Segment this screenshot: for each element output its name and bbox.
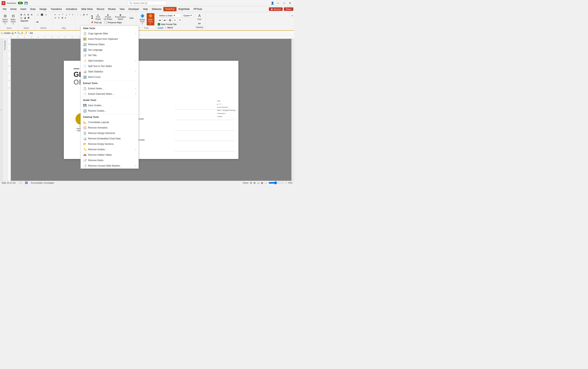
extract-notes-item[interactable]: 📋 Extract Notes… › [81, 86, 139, 91]
play-delete-button[interactable]: ✕ [178, 18, 182, 22]
play-forward-button[interactable]: ⏭ [163, 18, 167, 22]
pick-up-label[interactable]: Pick Up [94, 21, 102, 24]
menu-review[interactable]: Review [106, 7, 118, 11]
adjoin-btn4[interactable]: ⊟ [30, 13, 33, 16]
slide-button[interactable]: 📄 Slide [128, 14, 135, 20]
minimize-button[interactable]: — [275, 1, 281, 5]
about-label[interactable]: About [167, 26, 173, 29]
view-normal-icon[interactable]: ⊞ [250, 182, 252, 184]
guide-label[interactable]: Guide [158, 26, 163, 29]
align-bottom[interactable]: ⊧ [71, 13, 74, 16]
extract-selected-slides-item[interactable]: 📄 Extract Selected Slides… › [81, 91, 139, 97]
menu-design[interactable]: Design [38, 7, 49, 11]
distribute-v[interactable]: ⇕ [57, 16, 60, 19]
view-slideshow-icon[interactable]: ▶ [261, 182, 263, 184]
menu-draw[interactable]: Draw [28, 7, 38, 11]
remove-hidden-slides-item[interactable]: 🙈 Remove Hidden Slides [81, 152, 139, 158]
hide-format-tab-label[interactable]: ✓ Hide Format Tab [158, 23, 177, 25]
align-drop[interactable]: ▾ [64, 16, 67, 19]
align-left[interactable]: ⊢ [54, 13, 57, 16]
stretch-btn2[interactable]: ⬛ [40, 13, 44, 16]
hide-format-tab-checkbox[interactable]: ✓ [158, 23, 160, 25]
menu-animations[interactable]: Animations [64, 7, 79, 11]
align-grid[interactable]: ⊞ [61, 16, 64, 19]
toolbar-cursor-icon[interactable]: ↖ [15, 31, 17, 34]
menu-insert[interactable]: Insert [19, 7, 28, 11]
font-button[interactable]: A Font [196, 13, 203, 21]
restore-guides-item[interactable]: 🔄 Restore Guides… [81, 108, 139, 113]
toolbar-zoom-icon[interactable]: 🔍 [17, 31, 20, 34]
play-edit-button[interactable]: ✏ [173, 18, 177, 22]
menu-view[interactable]: View [118, 7, 127, 11]
maximize-button[interactable]: □ [282, 1, 286, 5]
record-button[interactable]: ⏺ Record [269, 7, 282, 11]
person-icon[interactable]: 👤 [271, 1, 274, 5]
menu-record[interactable]: Record [95, 7, 106, 11]
autosave-toggle[interactable]: On [18, 2, 23, 4]
menu-brightslide[interactable]: BrightSlide [177, 7, 192, 11]
ribbon-expand-button[interactable]: ⌄ [290, 13, 294, 30]
drawing-button[interactable]: ✏ Drawing [195, 21, 204, 29]
copy-agenda-slide-item[interactable]: 📋 Copy Agenda Slide › [81, 31, 139, 36]
zoom-out-icon[interactable]: — [265, 182, 267, 184]
remove-embedded-chart-data-item[interactable]: 📊 Remove Embedded Chart Data [81, 136, 139, 141]
make-same-button[interactable]: ⊟ MakeSame ▾ [9, 13, 17, 25]
slide-panel-toggle[interactable]: › [0, 39, 3, 181]
remove-unused-slide-masters-item[interactable]: 📑 Remove Unused Slide Masters › [81, 163, 139, 168]
slide-statistics-item[interactable]: 📊 Slide Statistics › [81, 69, 139, 74]
first-shape-button[interactable]: ◈ FirstShape [94, 13, 102, 21]
menu-toolstoo[interactable]: ToolsToo [163, 7, 176, 11]
align-right[interactable]: ⊤ [61, 13, 64, 16]
picked-shape-button[interactable]: ◉ PickedUp Shape [103, 13, 113, 21]
consolidate-layouts-item[interactable]: 📐 Consolidate Layouts [81, 120, 139, 125]
search-bar[interactable]: 🔍 Search (Alt+Q) [128, 1, 166, 5]
word-count-item[interactable]: 🔢 Word Count [81, 74, 139, 80]
remove-design-elements-item[interactable]: 🗑️ Remove Design Elements [81, 130, 139, 136]
order-front[interactable]: ↑ [76, 13, 79, 16]
adjoin-btn6[interactable]: ◪ [23, 16, 27, 19]
stretch-btn4[interactable]: ▬ [36, 20, 39, 23]
adjoin-btn2[interactable]: ⊡ [23, 13, 26, 16]
play-back-button[interactable]: ⏮ [158, 18, 162, 22]
toolbar-extra1[interactable]: Aa [30, 31, 33, 34]
menu-home[interactable]: Home [8, 7, 19, 11]
remove-empty-sections-item[interactable]: 📂 Remove Empty Sections [81, 141, 139, 147]
zoom-in-icon[interactable]: + [286, 182, 287, 184]
remove-animation-item[interactable]: 🚫 Remove Animation [81, 125, 139, 130]
align-center-v[interactable]: ⊦ [69, 13, 71, 16]
menu-slideshow[interactable]: Slide Show [79, 7, 95, 11]
adjoin-btn1[interactable]: ⊠ [20, 13, 23, 16]
expert-select[interactable]: Expert ▾ [182, 14, 193, 17]
menu-slidewise[interactable]: Slidewise [150, 7, 164, 11]
preserve-ratio-label[interactable]: Preserve Ratio [105, 21, 122, 24]
zoom-slider[interactable] [269, 181, 284, 184]
set-language-item[interactable]: 🔤 Set Language [81, 47, 139, 53]
toolbar-note-icon[interactable]: 📝 [24, 31, 27, 34]
reformat-slides-item[interactable]: 🔄 Reformat Slides [81, 42, 139, 47]
menu-transitions[interactable]: Transitions [49, 7, 64, 11]
view-slide-sorter-icon[interactable]: ⊠ [254, 182, 256, 184]
close-button[interactable]: ✕ [288, 1, 293, 5]
align-top[interactable]: ⊥ [65, 13, 68, 16]
split-text-item[interactable]: 📄 Split Text to Two Slides [81, 63, 139, 69]
save-icon[interactable]: 💾 [24, 1, 28, 5]
shape-tools-button[interactable]: 🔷 ShapeTools ▾ [139, 13, 146, 25]
remove-guides-item[interactable]: 📏 Remove Guides… › [81, 147, 139, 152]
toolbar-move-icon[interactable]: ✋ [20, 31, 24, 34]
stretch-btn1[interactable]: ⬜ [36, 13, 40, 16]
save-guides-item[interactable]: 💾 Save Guides… [81, 103, 139, 108]
adjoin-btn5[interactable]: ◫ [20, 16, 23, 19]
adjoin-btn3[interactable]: ⊞ [27, 13, 30, 16]
notes-button[interactable]: Notes [243, 182, 249, 184]
view-reading-icon[interactable]: 📖 [257, 182, 260, 184]
menu-pptools[interactable]: PPTools [192, 7, 204, 11]
menu-help[interactable]: Help [141, 7, 150, 11]
preserve-ratio-checkbox[interactable] [105, 21, 107, 24]
menu-file[interactable]: File [1, 7, 8, 11]
adjoin-btn7[interactable]: ◩ [27, 16, 30, 19]
set-title-item[interactable]: 📝 Set Title… [81, 53, 139, 58]
share-button[interactable]: Share [284, 7, 293, 11]
play-add-button[interactable]: ➕ [168, 18, 172, 22]
opposite-btn[interactable]: Opposite [20, 20, 29, 22]
order-drop[interactable]: ▾ [86, 13, 88, 16]
